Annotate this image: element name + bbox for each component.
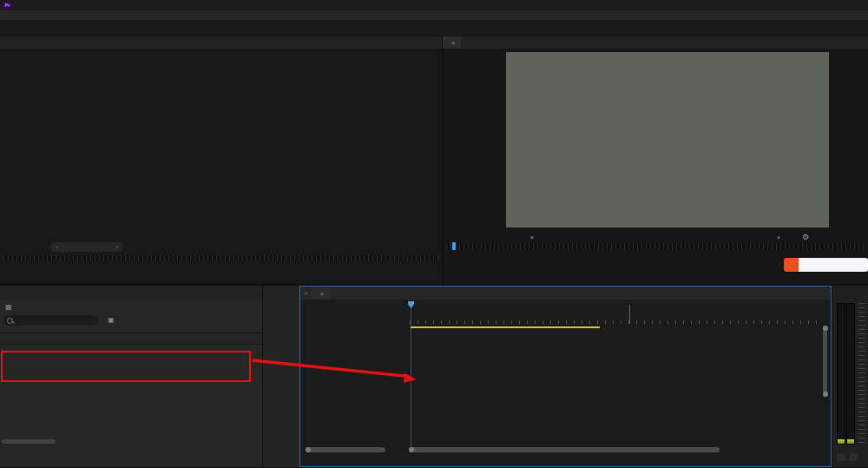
project-root-row[interactable]: ▦ <box>5 303 16 311</box>
chevron-right-icon: › <box>116 244 118 250</box>
timeline-horizontal-scrollbar[interactable] <box>409 447 720 452</box>
tools-panel <box>263 286 299 467</box>
program-monitor-panel: ≡ ▼ ▼ ⚙ <box>443 36 868 284</box>
playhead-line[interactable] <box>411 301 411 449</box>
program-settings-wrench-icon[interactable]: ⚙ <box>802 233 809 241</box>
chevron-down-icon: ▼ <box>529 235 535 241</box>
premiere-app-icon: Pr <box>3 2 12 10</box>
program-panel-tabs: ≡ <box>443 36 868 49</box>
tab-program[interactable]: ≡ <box>443 36 461 49</box>
audio-meter-right <box>846 303 855 445</box>
scrollbar-handle-icon <box>409 447 414 452</box>
meter-level <box>847 439 854 444</box>
timeline-vertical-scrollbar[interactable] <box>823 326 827 396</box>
scrollbar-handle-icon <box>823 392 828 397</box>
project-panel: ▦ ▣ <box>0 286 262 467</box>
program-resolution-select[interactable]: ▼ <box>764 233 781 241</box>
chevron-down-icon: ▼ <box>776 235 781 241</box>
search-icon <box>7 318 13 324</box>
source-scrubber[interactable] <box>3 255 438 261</box>
aerial-city-frame <box>506 52 829 227</box>
chevron-left-icon: ‹ <box>56 244 57 250</box>
program-fit-select[interactable]: ▼ <box>517 233 535 241</box>
program-scrubber[interactable] <box>446 243 865 249</box>
premiere-window: Pr ‹› ≡ <box>0 0 868 468</box>
panel-grip-icon: × <box>300 289 312 297</box>
source-monitor-panel: ‹› <box>0 36 442 284</box>
scrollbar-handle-icon <box>823 326 828 331</box>
project-horizontal-scrollbar[interactable] <box>2 439 56 444</box>
bin-navigation-icon[interactable]: ▣ <box>108 316 115 324</box>
menu-bar <box>0 10 868 20</box>
tab-sequence[interactable]: ≡ <box>312 287 330 300</box>
capture-logo[interactable] <box>784 258 799 272</box>
ruler-ticks <box>410 320 820 324</box>
source-panel-tabs <box>0 36 442 49</box>
source-monitor-info-row: ‹› <box>0 241 442 253</box>
meter-solo-buttons <box>837 453 858 461</box>
track-header-scrollbar[interactable] <box>306 447 385 452</box>
program-playhead-marker[interactable] <box>452 242 456 250</box>
audio-meter-left <box>837 303 845 445</box>
project-column-headers <box>0 333 262 345</box>
project-footer-toolbar <box>0 451 262 467</box>
project-file-icon: ▦ <box>5 303 12 311</box>
meter-scale <box>858 303 865 445</box>
solo-right-button[interactable] <box>849 453 858 461</box>
search-input[interactable] <box>3 315 97 326</box>
panel-menu-icon[interactable]: ≡ <box>451 40 455 46</box>
project-panel-tabs <box>0 286 262 300</box>
workspace-bar <box>0 20 868 37</box>
project-search-row: ▣ <box>3 315 260 326</box>
program-video-preview <box>506 52 829 227</box>
panel-menu-icon[interactable]: ≡ <box>320 291 324 297</box>
capture-overlay-toolbar <box>784 258 868 272</box>
source-zoom-select[interactable]: ‹› <box>50 242 123 252</box>
capture-buttons <box>799 258 868 272</box>
timeline-panel-tabs: × ≡ <box>300 287 831 300</box>
meter-level <box>838 439 845 444</box>
timeline-panel: × ≡ <box>299 286 832 467</box>
timeline-ruler[interactable] <box>410 301 820 326</box>
program-monitor-info-row: ▼ ▼ ⚙ <box>443 231 868 242</box>
render-bar <box>411 326 600 328</box>
audio-meters-panel <box>832 286 868 467</box>
scrollbar-handle-icon <box>306 447 311 452</box>
workspace-tabs <box>260 20 608 36</box>
work-area-end-marker <box>629 305 630 324</box>
solo-left-button[interactable] <box>837 453 845 461</box>
title-bar: Pr <box>0 0 868 10</box>
